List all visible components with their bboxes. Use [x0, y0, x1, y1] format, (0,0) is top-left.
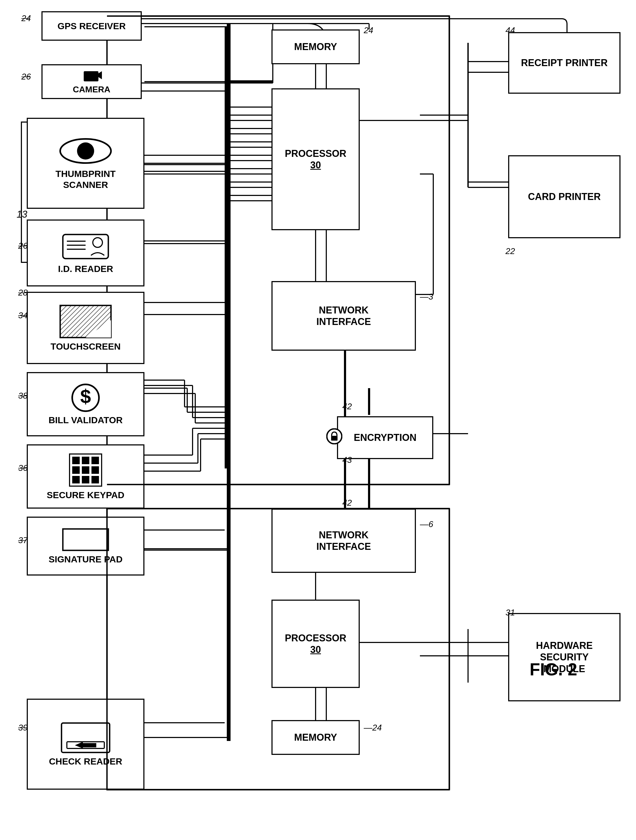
svg-rect-68	[91, 457, 99, 464]
svg-rect-78	[83, 743, 96, 747]
ref-42-bot: 42	[342, 498, 352, 508]
camera-label: CAMERA	[73, 84, 110, 95]
svg-rect-51	[84, 71, 98, 81]
camera-icon	[81, 68, 102, 83]
svg-rect-0	[225, 27, 228, 469]
encryption-lock-icon	[326, 428, 342, 444]
svg-rect-55	[63, 234, 108, 259]
hsm-ref: 31	[505, 608, 515, 617]
keypad-icon	[68, 453, 103, 488]
ni-top-ref: —3	[420, 292, 433, 302]
svg-rect-72	[72, 476, 80, 483]
receipt-ref: 44	[505, 25, 515, 35]
gps-receiver-label: GPS RECEIVER	[58, 21, 126, 32]
svg-rect-75	[63, 529, 108, 550]
ref-42-top: 42	[342, 401, 352, 411]
memory-bot-label: MEMORY	[294, 732, 337, 743]
svg-rect-73	[82, 476, 89, 483]
gps-receiver-box: GPS RECEIVER	[41, 11, 142, 41]
memory-top-label: MEMORY	[294, 41, 337, 52]
svg-rect-71	[91, 466, 99, 474]
card-ref: 22	[505, 246, 515, 256]
svg-point-54	[77, 142, 94, 159]
network-interface-bot-box: NETWORKINTERFACE	[271, 508, 416, 573]
processor-top-box: PROCESSOR 30	[271, 88, 360, 230]
hardware-security-box: HARDWARESECURITYMODULE	[508, 613, 620, 701]
svg-rect-70	[82, 466, 89, 474]
encryption-box: ENCRYPTION	[337, 416, 433, 459]
memory-bot-box: MEMORY	[271, 720, 360, 755]
svg-rect-74	[91, 476, 99, 483]
thumbprint-label: THUMBPRINTSCANNER	[56, 168, 116, 190]
ni-bot-ref: —6	[420, 519, 433, 529]
diagram: GPS RECEIVER 24 — CAMERA 26 — THUMBPRINT…	[0, 0, 636, 840]
secure-keypad-label: SECURE KEYPAD	[47, 489, 124, 501]
svg-rect-20	[225, 80, 273, 84]
secure-keypad-box: SECURE KEYPAD	[27, 444, 145, 508]
check-reader-box: CHECK READER	[27, 699, 145, 789]
ref-43: 43	[342, 455, 352, 465]
id-icon	[61, 232, 110, 261]
signature-pad-label: SIGNATURE PAD	[49, 554, 123, 565]
svg-rect-67	[82, 457, 89, 464]
touchscreen-box: TOUCHSCREEN	[27, 292, 145, 364]
bill-validator-box: $ BILL VALIDATOR	[27, 372, 145, 436]
svg-rect-69	[72, 466, 80, 474]
network-interface-top-label: NETWORKINTERFACE	[316, 304, 371, 327]
svg-text:$: $	[80, 386, 91, 407]
processor-bot-label: PROCESSOR	[285, 632, 346, 644]
memory-top-ref: 24	[364, 25, 373, 35]
bill-icon: $	[71, 383, 100, 412]
encryption-label: ENCRYPTION	[354, 432, 417, 443]
thumbprint-scanner-box: THUMBPRINTSCANNER	[27, 118, 145, 209]
network-interface-bot-label: NETWORKINTERFACE	[316, 529, 371, 552]
svg-rect-66	[72, 457, 80, 464]
touchscreen-icon	[59, 304, 112, 339]
bill-validator-label: BILL VALIDATOR	[49, 415, 123, 426]
check-icon	[60, 722, 111, 754]
sig-icon	[61, 527, 110, 552]
network-interface-top-box: NETWORKINTERFACE	[271, 281, 416, 351]
svg-rect-112	[227, 24, 231, 741]
svg-rect-80	[331, 436, 337, 441]
processor-top-label: PROCESSOR	[285, 148, 346, 159]
card-printer-box: CARD PRINTER	[508, 155, 620, 238]
signature-pad-box: SIGNATURE PAD	[27, 516, 145, 576]
id-reader-box: I.D. READER	[27, 219, 145, 286]
receipt-printer-label: RECEIPT PRINTER	[521, 57, 608, 68]
receipt-printer-box: RECEIPT PRINTER	[508, 32, 620, 94]
camera-box: CAMERA	[41, 64, 142, 99]
thumbprint-icon	[59, 136, 112, 166]
card-printer-label: CARD PRINTER	[528, 191, 601, 202]
svg-marker-52	[98, 71, 102, 79]
id-reader-label: I.D. READER	[58, 264, 113, 275]
processor-top-num: 30	[310, 159, 321, 171]
touchscreen-label: TOUCHSCREEN	[50, 341, 121, 352]
processor-bot-num: 30	[310, 644, 321, 655]
group-ref-13: 13	[17, 209, 27, 220]
memory-bot-ref: —24	[364, 723, 382, 733]
processor-bot-box: PROCESSOR 30	[271, 600, 360, 688]
memory-top-box: MEMORY	[271, 30, 360, 64]
check-reader-label: CHECK READER	[49, 756, 122, 767]
svg-rect-48	[107, 16, 449, 485]
fig-label: FIG. 2	[529, 660, 577, 679]
